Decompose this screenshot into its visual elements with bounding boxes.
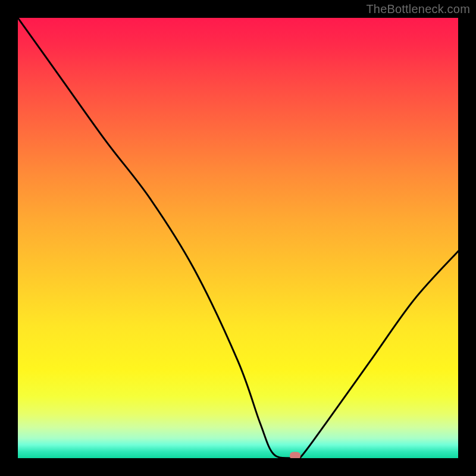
optimal-marker-icon [290,452,300,458]
plot-area [18,18,458,458]
watermark-text: TheBottleneck.com [366,2,470,16]
bottleneck-curve [18,18,458,458]
